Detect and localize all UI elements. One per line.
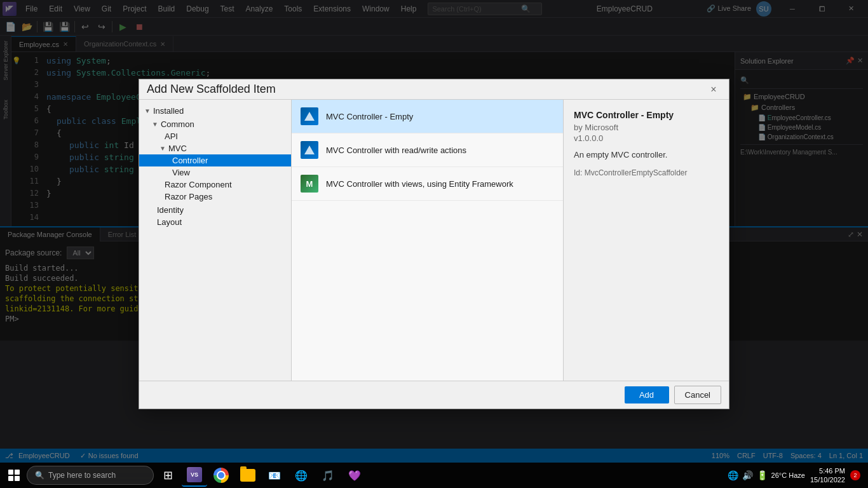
tree-common-header[interactable]: ▼ Common <box>139 118 291 130</box>
desc-id-label: Id: <box>574 168 582 177</box>
modal-items: MVC Controller - Empty MVC Controller wi… <box>292 100 564 381</box>
taskbar-app4[interactable]: 🌐 <box>288 464 314 487</box>
scaffold-icon-readwrite <box>299 140 320 160</box>
sys-tray: 🌐 🔊 🔋 26°C Haze <box>728 470 805 480</box>
desc-by: by Microsoft <box>574 123 719 132</box>
start-sq1 <box>8 470 13 475</box>
add-button[interactable]: Add <box>625 386 669 403</box>
app6-icon: 💜 <box>347 468 362 483</box>
desc-id: Id: MvcControllerEmptyScaffolder <box>574 168 719 177</box>
tree-section-common: ▼ Common API ▼ MVC Controller View Razor… <box>139 117 291 204</box>
add-scaffold-modal: Add New Scaffolded Item × ▼ Installed ▼ … <box>139 79 729 409</box>
tree-installed-header[interactable]: ▼ Installed <box>139 105 291 117</box>
scaffold-icon-empty <box>299 106 320 126</box>
scaffold-label-empty: MVC Controller - Empty <box>326 112 413 121</box>
taskbar-chrome[interactable] <box>208 464 234 487</box>
tree-mvc-header[interactable]: ▼ MVC <box>139 142 291 154</box>
folder-icon <box>240 469 255 482</box>
scaffold-item-ef[interactable]: MVC Controller with views, using Entity … <box>292 167 563 201</box>
tree-view[interactable]: View <box>139 166 291 179</box>
scaffold-item-readwrite[interactable]: MVC Controller with read/write actions <box>292 133 563 167</box>
taskbar-app6[interactable]: 💜 <box>342 464 367 487</box>
tree-razor-pages[interactable]: Razor Pages <box>139 191 291 203</box>
tray-battery[interactable]: 🔋 <box>757 470 768 480</box>
taskbar-folder[interactable] <box>235 464 261 487</box>
taskbar-task-view[interactable]: ⊞ <box>155 464 180 487</box>
desc-id-value: MvcControllerEmptyScaffolder <box>585 168 688 177</box>
tree-identity[interactable]: Identity <box>139 204 291 216</box>
desc-title: MVC Controller - Empty <box>574 110 719 120</box>
vs-icon: VS <box>187 467 202 482</box>
clock-date: 15/10/2022 <box>810 475 845 484</box>
app4-icon: 🌐 <box>294 468 309 483</box>
modal-title: Add New Scaffolded Item <box>147 83 276 96</box>
modal-overlay: Add New Scaffolded Item × ▼ Installed ▼ … <box>0 0 868 488</box>
taskbar-app5[interactable]: 🎵 <box>315 464 341 487</box>
tree-razor-component[interactable]: Razor Component <box>139 179 291 191</box>
start-icon <box>8 470 20 481</box>
modal-footer: Add Cancel <box>139 381 729 409</box>
tray-network[interactable]: 🌐 <box>728 470 738 480</box>
notification-badge[interactable]: 2 <box>850 470 860 480</box>
start-sq4 <box>15 476 20 481</box>
tree-arrow-common: ▼ <box>152 121 158 128</box>
taskbar-search-icon: 🔍 <box>35 471 44 480</box>
tray-volume[interactable]: 🔊 <box>742 470 753 480</box>
app5-icon: 🎵 <box>320 468 336 483</box>
tree-controller[interactable]: Controller <box>139 154 291 166</box>
mvc-readwrite-icon <box>301 141 318 159</box>
taskbar-vs[interactable]: VS <box>182 464 207 487</box>
start-button[interactable] <box>3 464 25 487</box>
start-sq2 <box>15 470 20 475</box>
modal-tree: ▼ Installed ▼ Common API ▼ MVC Controlle… <box>139 100 292 381</box>
chrome-icon <box>214 468 229 483</box>
desc-text: An empty MVC controller. <box>574 149 719 161</box>
modal-description: MVC Controller - Empty by Microsoft v1.0… <box>564 100 729 381</box>
tree-arrow-mvc: ▼ <box>159 145 166 152</box>
scaffold-label-ef: MVC Controller with views, using Entity … <box>326 179 513 189</box>
taskbar: 🔍 Type here to search ⊞ VS 📧 🌐 🎵 💜 🌐 🔊 🔋… <box>0 463 868 488</box>
mvc-ef-icon <box>301 175 318 193</box>
clock[interactable]: 5:46 PM 15/10/2022 <box>810 466 845 485</box>
tree-common-label: Common <box>161 119 194 129</box>
tray-weather[interactable]: 26°C Haze <box>771 471 805 479</box>
scaffold-icon-ef <box>299 173 320 194</box>
cancel-button[interactable]: Cancel <box>674 386 721 404</box>
taskbar-search-label: Type here to search <box>48 471 116 480</box>
app3-icon: 📧 <box>267 468 282 483</box>
start-sq3 <box>8 476 13 481</box>
task-view-icon: ⊞ <box>163 468 173 482</box>
taskbar-right: 🌐 🔊 🔋 26°C Haze 5:46 PM 15/10/2022 2 <box>728 466 865 485</box>
modal-body: ▼ Installed ▼ Common API ▼ MVC Controlle… <box>139 100 729 381</box>
tree-installed-label: Installed <box>153 106 184 116</box>
desc-version: v1.0.0.0 <box>574 133 719 143</box>
modal-titlebar: Add New Scaffolded Item × <box>139 79 729 100</box>
taskbar-search[interactable]: 🔍 Type here to search <box>27 466 154 485</box>
scaffold-label-readwrite: MVC Controller with read/write actions <box>326 146 466 155</box>
scaffold-item-empty[interactable]: MVC Controller - Empty <box>292 100 563 133</box>
modal-close-button[interactable]: × <box>706 82 721 97</box>
tree-layout[interactable]: Layout <box>139 216 291 228</box>
tree-mvc-label: MVC <box>168 144 187 153</box>
mvc-empty-icon <box>301 107 318 125</box>
clock-time: 5:46 PM <box>810 466 845 475</box>
taskbar-app3[interactable]: 📧 <box>262 464 287 487</box>
tree-api[interactable]: API <box>139 130 291 142</box>
tree-arrow-installed: ▼ <box>144 107 151 114</box>
